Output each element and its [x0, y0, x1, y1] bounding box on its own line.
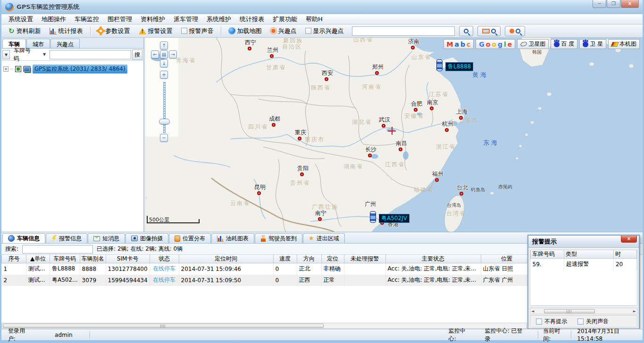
pan-right-button[interactable]: → — [169, 50, 177, 58]
menu-item-4[interactable]: 资料维护 — [136, 14, 169, 24]
dont-show-checkbox[interactable] — [536, 318, 542, 325]
menu-item-6[interactable]: 系统维护 — [202, 14, 235, 24]
left-tab-2[interactable]: 兴趣点 — [50, 39, 80, 48]
pan-down-button[interactable]: ↓ — [160, 59, 168, 67]
poi-search-button[interactable] — [505, 26, 525, 36]
alarm-column-header[interactable]: 类型 — [564, 250, 613, 259]
vehicle-marker-1[interactable]: 粤A502JV — [370, 211, 376, 223]
scrollbar-thumb[interactable] — [3, 324, 324, 328]
scroll-right-arrow[interactable]: ► — [633, 309, 636, 313]
city-label: 西安 — [322, 69, 333, 77]
mute-checkbox[interactable] — [577, 318, 584, 325]
field-selector[interactable]: 车牌号码▼ — [11, 50, 49, 59]
pan-center-button[interactable]: ▤ — [160, 50, 168, 58]
layer-button-mapabc[interactable]: Mabc — [443, 39, 474, 49]
layer-label: 卫 星 — [590, 40, 603, 48]
zoom-slider-track[interactable] — [163, 82, 166, 133]
column-header[interactable]: 未处理报警 — [344, 255, 385, 263]
scroll-left-arrow[interactable]: ◄ — [531, 309, 534, 313]
pan-up-button[interactable]: ↑ — [160, 41, 168, 49]
table-row[interactable]: 1测试...鲁L8888888813012778400在线停车2014-07-3… — [2, 263, 533, 275]
menu-item-0[interactable]: 系统设置 — [4, 14, 37, 24]
bottom-tab-1[interactable]: 报警信息 — [46, 233, 87, 243]
alarm-settings-button[interactable]: 报警设置 — [135, 26, 176, 36]
column-header[interactable]: 定位 — [321, 255, 344, 263]
report-button[interactable]: 统计报表 — [46, 26, 86, 36]
column-header[interactable]: 定位时间 — [179, 255, 273, 263]
table-row[interactable]: 2测试...粤A502...307915994594434在线停车2014-07… — [2, 275, 533, 286]
bottom-tab-7[interactable]: 进出区域 — [303, 233, 345, 243]
menu-item-1[interactable]: 地图操作 — [37, 14, 70, 24]
bottom-tab-5[interactable]: 油耗图表 — [211, 233, 254, 243]
menu-item-2[interactable]: 车辆监控 — [70, 14, 103, 24]
column-header[interactable]: SIM卡号 — [106, 255, 150, 263]
close-button[interactable]: × — [621, 0, 639, 8]
dont-show-toggle[interactable]: 不再提示 — [536, 318, 567, 326]
menu-item-3[interactable]: 围栏管理 — [103, 14, 136, 24]
column-header[interactable]: ▲单位 — [26, 255, 50, 263]
alarm-scrollbar[interactable]: ◄ ► — [530, 308, 637, 314]
bottom-tab-0[interactable]: 车辆信息 — [2, 233, 45, 243]
zoom-out-button[interactable]: − — [160, 134, 168, 142]
layer-button-google[interactable]: Google — [476, 39, 515, 49]
mute-toggle[interactable]: 关闭声音 — [577, 318, 609, 326]
map-search-input[interactable] — [352, 26, 455, 36]
field-selector-dropdown-button[interactable]: ▼ — [2, 50, 10, 59]
alarm-column-header[interactable]: 时 — [613, 250, 636, 259]
show-poi-checkbox[interactable] — [305, 28, 311, 34]
layer-button-baidu-map[interactable]: 百 度 — [551, 39, 577, 49]
alarm-row[interactable]: 59.超速报警20 — [531, 259, 637, 270]
system-icon — [23, 66, 31, 72]
column-header[interactable]: 速度 — [273, 255, 297, 263]
alarm-scrollbar-thumb[interactable] — [544, 309, 595, 313]
search-go-button[interactable]: 搜 — [132, 49, 142, 60]
menu-item-9[interactable]: 帮助H — [301, 14, 327, 24]
expander-icon[interactable]: + — [3, 66, 8, 72]
alarm-sound-toggle[interactable]: 报警声音 — [178, 26, 217, 36]
search-button[interactable] — [459, 26, 473, 36]
params-button[interactable]: 参数设置 — [94, 26, 134, 36]
zoom-in-button[interactable]: + — [160, 71, 168, 79]
vehicle-list-search-input[interactable] — [22, 245, 93, 253]
alarm-column-header[interactable]: 车牌号码 — [531, 250, 564, 259]
tree-node-root[interactable]: + GPS监控系统 (2031/ 2833/ 4864) — [3, 65, 142, 74]
bottom-tab-3[interactable]: 图像拍摄 — [125, 233, 168, 243]
vehicle-tree: + GPS监控系统 (2031/ 2833/ 4864) — [1, 61, 143, 77]
layer-button-satellite-map[interactable]: 卫星图 — [517, 39, 549, 49]
vehicle-marker-0[interactable]: 鲁L8888 — [436, 59, 443, 71]
area-search-button[interactable] — [477, 26, 501, 36]
map-overlay: 青海省甘肃省陕西省河南省山东省江苏省安徽省四川省湖北省重庆市湖南省江西省浙江省贵… — [145, 38, 643, 232]
chart-icon — [50, 28, 57, 34]
column-header[interactable]: 序号 — [2, 255, 26, 263]
alarm-sound-checkbox[interactable] — [181, 28, 187, 34]
left-tab-0[interactable]: 车辆 — [2, 39, 26, 48]
restore-button[interactable]: ❐ — [607, 0, 620, 8]
show-poi-toggle[interactable]: 显示兴趣点 — [302, 26, 347, 36]
bottom-tab-4[interactable]: 位置分布 — [169, 233, 211, 243]
column-header[interactable]: 主要状态 — [385, 255, 481, 263]
column-header[interactable]: 方向 — [297, 255, 321, 263]
column-header[interactable]: 车牌号码 — [50, 255, 80, 263]
bottom-tab-2[interactable]: 短消息 — [88, 233, 125, 243]
column-header[interactable]: 状态 — [150, 255, 179, 263]
poi-dot-icon — [510, 29, 514, 33]
layer-button-local-map[interactable]: 本机图 — [608, 39, 640, 49]
bottom-tab-6[interactable]: 驾驶员签到 — [255, 233, 302, 243]
minimize-button[interactable]: ─ — [593, 0, 606, 8]
layer-button-baidu-satellite[interactable]: 卫 星 — [579, 39, 606, 49]
zoom-slider-handle[interactable] — [159, 119, 170, 124]
menu-item-8[interactable]: 扩展功能 — [268, 14, 301, 24]
tree-checkbox[interactable] — [15, 66, 21, 72]
column-header[interactable]: 位置 — [481, 255, 533, 263]
plate-search-input[interactable] — [50, 50, 131, 59]
alarm-close-button[interactable]: × — [621, 236, 637, 243]
poi-button[interactable]: 兴趣点 — [267, 26, 300, 36]
column-header[interactable]: 车辆别名 — [80, 255, 106, 263]
load-map-button[interactable]: 加载地图 — [225, 26, 265, 36]
menu-item-5[interactable]: 派车管理 — [169, 14, 202, 24]
refresh-button[interactable]: ↻资料刷新 — [5, 26, 44, 36]
city-marker-7: 上海 — [460, 116, 464, 121]
menu-item-7[interactable]: 统计报表 — [235, 14, 268, 24]
map-canvas[interactable]: 青海省甘肃省陕西省河南省山东省江苏省安徽省四川省湖北省重庆市湖南省江西省浙江省贵… — [145, 38, 643, 232]
pan-left-button[interactable]: ← — [151, 50, 159, 58]
